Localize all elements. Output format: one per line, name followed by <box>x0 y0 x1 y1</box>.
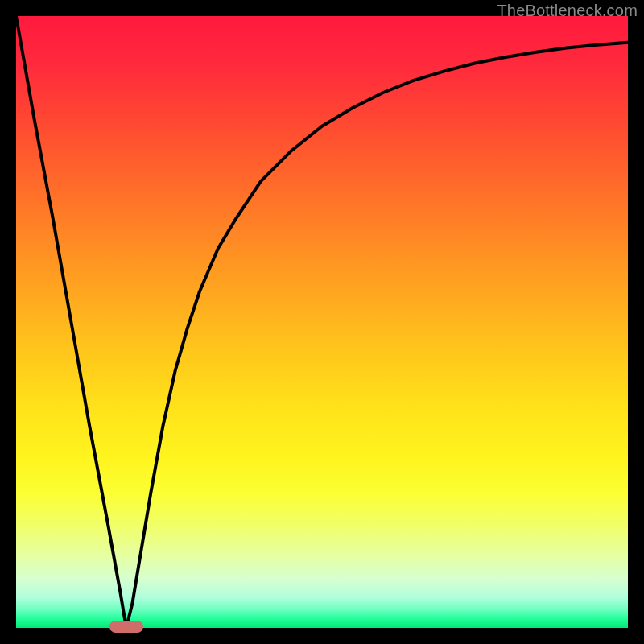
watermark-text: TheBottleneck.com <box>497 2 638 20</box>
bottleneck-curve <box>16 16 628 628</box>
plot-area <box>16 16 628 628</box>
chart-frame: TheBottleneck.com <box>0 0 644 644</box>
curve-layer <box>16 16 628 628</box>
minimum-marker <box>109 621 143 633</box>
